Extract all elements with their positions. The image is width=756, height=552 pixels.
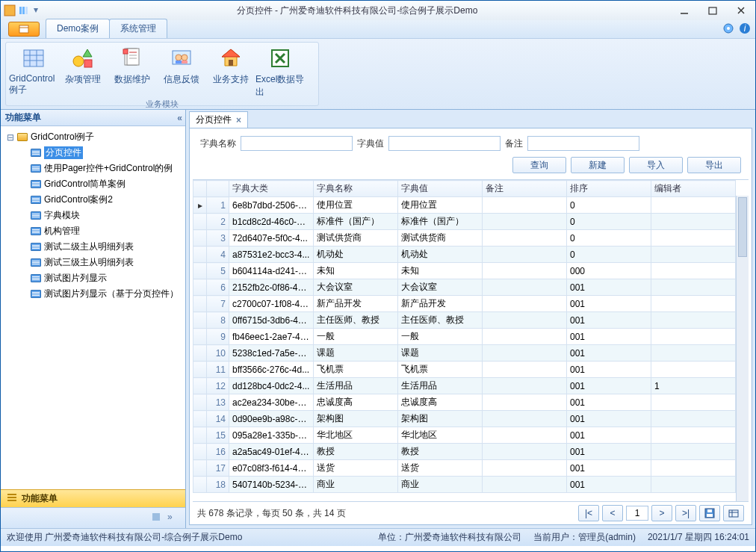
cell: 5238c1ed-7a5e-4... (229, 345, 314, 362)
app-icon[interactable] (4, 4, 16, 16)
column-header[interactable]: 字典值 (398, 181, 483, 197)
input-dictvalue[interactable] (388, 136, 501, 151)
column-header[interactable]: 排序 (567, 181, 651, 197)
grid-icon (31, 243, 41, 251)
import-button[interactable]: 导入 (629, 157, 683, 173)
row-indicator (193, 411, 207, 427)
table-row[interactable]: 2b1cd8c2d-46c0-4c...标准件（国产）标准件（国产）0 (193, 214, 736, 230)
export-button[interactable]: 导出 (687, 157, 741, 173)
table-row[interactable]: 105238c1ed-7a5e-4...课题课题001 (193, 345, 736, 362)
ribbon-item[interactable]: Excel数据导出 (255, 45, 305, 99)
ribbon-item-icon (170, 46, 193, 70)
new-button[interactable]: 新建 (571, 157, 625, 173)
table-row[interactable]: 372d6407e-5f0c-4...测试供货商测试供货商0 (193, 230, 736, 246)
ribbon-group: GridControl例子杂项管理数据维护信息反馈业务支持Excel数据导出 业… (5, 42, 319, 106)
tree-node[interactable]: 分页控件 (4, 145, 182, 161)
pager-last[interactable]: >| (675, 505, 696, 521)
tool-icon-1[interactable] (151, 512, 164, 525)
cell: a2a5ac49-01ef-40... (229, 444, 314, 460)
tree-node[interactable]: 测试图片列显示 (4, 270, 182, 286)
tab-demo[interactable]: Demo案例 (46, 19, 110, 38)
cell: 2152fb2c-0f86-4b... (229, 279, 314, 296)
cell (483, 230, 567, 246)
tree-node[interactable]: 测试二级主从明细列表 (4, 239, 182, 255)
ribbon-item[interactable]: 杂项管理 (58, 45, 108, 99)
export-grid-icon[interactable] (723, 505, 744, 521)
column-header[interactable]: 字典大类 (229, 181, 314, 197)
close-tab-icon[interactable]: × (236, 115, 241, 125)
input-remark[interactable] (527, 136, 639, 151)
table-row[interactable]: 11bff3566c-276c-4d...飞机票飞机票001 (193, 362, 736, 378)
tree-node[interactable]: 使用Pager控件+GridControl的例 (4, 161, 182, 176)
pager-next[interactable]: > (651, 505, 672, 521)
dropdown-icon[interactable]: ▾ (34, 4, 41, 16)
tree-node[interactable]: GridControl案例2 (4, 192, 182, 208)
maximize-button[interactable] (701, 4, 724, 17)
doc-tab[interactable]: 分页控件 × (189, 111, 248, 128)
ribbon-item[interactable]: GridControl例子 (9, 45, 58, 99)
close-button[interactable] (730, 4, 752, 17)
query-button[interactable]: 查询 (512, 157, 566, 173)
tree-node[interactable]: 测试图片列显示（基于分页控件） (4, 286, 182, 302)
input-dictname[interactable] (241, 136, 353, 151)
tree-node-label: 机构管理 (44, 225, 80, 238)
expand-icon[interactable]: ⊟ (7, 132, 14, 143)
pager-page-input[interactable] (626, 506, 648, 521)
grid-icon (31, 258, 41, 267)
table-row[interactable]: 80ff6715d-3db6-45...主任医师、教授主任医师、教授001 (193, 312, 736, 329)
cell (651, 312, 736, 329)
collapse-icon[interactable]: « (177, 113, 181, 123)
cell (483, 214, 567, 230)
help-icon[interactable]: i (739, 22, 751, 37)
tree-node[interactable]: GridControl简单案例 (4, 176, 182, 192)
cell: 0 (567, 197, 651, 214)
data-table[interactable]: 字典大类字典名称字典值备注排序编辑者 ▸16e8b7dbd-2506-4...使… (193, 180, 736, 493)
side-panel-footer[interactable]: 功能菜单 (1, 489, 185, 507)
table-row[interactable]: 4a87531e2-bcc3-4...机动处机动处0 (193, 246, 736, 263)
cell: 一般 (314, 329, 398, 345)
table-row[interactable]: 185407140b-5234-4...商业商业001 (193, 477, 736, 493)
cell: 架构图 (398, 411, 483, 427)
pager-prev[interactable]: < (602, 505, 623, 521)
file-menu-icon[interactable] (8, 22, 40, 37)
horizontal-scrollbar[interactable] (193, 501, 749, 502)
layout-icon[interactable] (19, 4, 31, 16)
chevron-right-icon[interactable]: » (167, 512, 181, 525)
tab-system[interactable]: 系统管理 (109, 19, 167, 38)
cell: 课题 (314, 345, 398, 362)
ribbon-item[interactable]: 信息反馈 (157, 45, 206, 99)
save-icon[interactable] (699, 505, 720, 521)
table-row[interactable]: 62152fb2c-0f86-4b...大会议室大会议室001 (193, 279, 736, 296)
ribbon-item[interactable]: 数据维护 (108, 45, 157, 99)
table-row[interactable]: 140d90ee9b-a98c-4f...架构图架构图001 (193, 411, 736, 427)
cell (483, 362, 567, 378)
cell (483, 427, 567, 444)
column-header[interactable]: 字典名称 (314, 181, 398, 197)
ribbon-item[interactable]: 业务支持 (206, 45, 255, 99)
minimize-button[interactable] (673, 4, 695, 17)
svg-rect-38 (7, 497, 16, 498)
table-row[interactable]: ▸16e8b7dbd-2506-4...使用位置使用位置0 (193, 197, 736, 214)
table-row[interactable]: 13ac2ea234-30be-4f...忠诚度高忠诚度高001 (193, 394, 736, 411)
tree-node[interactable]: 字典模块 (4, 208, 182, 223)
table-row[interactable]: 9fb46eec1-2ae7-42...一般一般001 (193, 329, 736, 345)
table-row[interactable]: 5b604114a-d241-4...未知未知000 (193, 263, 736, 279)
ribbon: GridControl例子杂项管理数据维护信息反馈业务支持Excel数据导出 业… (1, 38, 755, 110)
tree-node[interactable]: 测试三级主从明细列表 (4, 255, 182, 270)
table-row[interactable]: 7c2700c07-1f08-4c...新产品开发新产品开发001 (193, 296, 736, 312)
column-header[interactable]: 编辑者 (651, 181, 736, 197)
table-row[interactable]: 16a2a5ac49-01ef-40...教授教授001 (193, 444, 736, 460)
row-number: 14 (207, 411, 229, 427)
cell (651, 345, 736, 362)
vertical-scrollbar[interactable] (736, 196, 749, 501)
tree-root[interactable]: ⊟ GridControl例子 (4, 129, 182, 145)
settings-icon[interactable] (722, 22, 734, 37)
cell: 架构图 (314, 411, 398, 427)
pager-first[interactable]: |< (578, 505, 599, 521)
column-header[interactable]: 备注 (483, 181, 567, 197)
table-row[interactable]: 12dd128bc4-0dc2-4...生活用品生活用品0011 (193, 378, 736, 394)
table-row[interactable]: 15095a28e1-335b-4...华北地区华北地区001 (193, 427, 736, 444)
tree-node[interactable]: 机构管理 (4, 223, 182, 239)
table-row[interactable]: 17e07c08f3-f614-47...送货送货001 (193, 460, 736, 477)
row-indicator (193, 394, 207, 411)
